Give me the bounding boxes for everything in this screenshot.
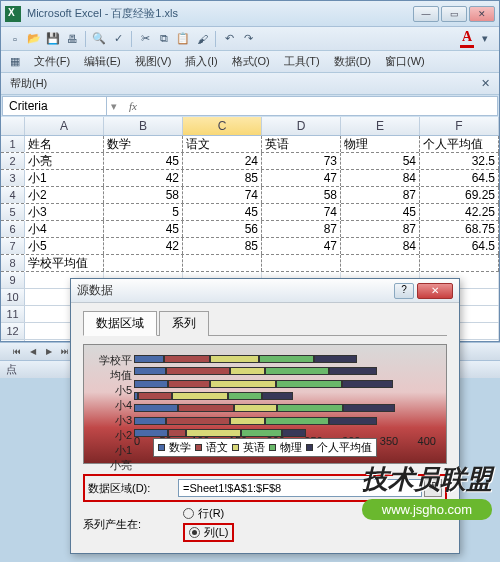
excel-icon (5, 6, 21, 22)
menubar: ▦ 文件(F) 编辑(E) 视图(V) 插入(I) 格式(O) 工具(T) 数据… (1, 51, 499, 73)
new-icon[interactable]: ▫ (7, 31, 23, 47)
formula-bar: Criteria ▾ fx (2, 96, 498, 116)
tab-data-range[interactable]: 数据区域 (83, 311, 157, 336)
menu-data[interactable]: 数据(D) (331, 53, 374, 70)
name-box[interactable]: Criteria (3, 97, 107, 115)
chart-legend: 数学语文英语物理个人平均值 (153, 438, 377, 457)
dialog-title: 源数据 (77, 282, 394, 299)
col-header[interactable]: B (104, 117, 183, 135)
menu-view[interactable]: 视图(V) (132, 53, 175, 70)
sheet-nav-first-icon[interactable]: ⏮ (10, 345, 24, 359)
close-button[interactable]: ✕ (469, 6, 495, 22)
font-color-icon[interactable]: A (460, 29, 474, 48)
open-icon[interactable]: 📂 (26, 31, 42, 47)
series-in-row: 系列产生在: 行(R) 列(L) (83, 506, 447, 542)
print-icon[interactable]: 🖶 (64, 31, 80, 47)
radio-label: 列(L) (204, 525, 228, 540)
restore-button[interactable]: ▭ (441, 6, 467, 22)
fx-label[interactable]: fx (121, 100, 145, 112)
radio-label: 行(R) (198, 506, 224, 521)
cut-icon[interactable]: ✂ (137, 31, 153, 47)
radio-cols[interactable]: 列(L) (183, 523, 234, 542)
col-header[interactable]: D (262, 117, 341, 135)
titlebar: Microsoft Excel - 百度经验1.xls — ▭ ✕ (1, 1, 499, 27)
menu-help[interactable]: 帮助(H) (7, 75, 50, 92)
dialog-titlebar: 源数据 ? ✕ (71, 279, 459, 303)
sheet-nav-next-icon[interactable]: ▶ (42, 345, 56, 359)
status-text: 点 (6, 362, 17, 377)
format-painter-icon[interactable]: 🖌 (194, 31, 210, 47)
series-label: 系列产生在: (83, 517, 173, 532)
menu-window[interactable]: 窗口(W) (382, 53, 428, 70)
sheet-tabs: ⏮ ◀ ▶ ⏭ (6, 345, 76, 359)
menu-edit[interactable]: 编辑(E) (81, 53, 124, 70)
copy-icon[interactable]: ⧉ (156, 31, 172, 47)
col-header[interactable]: C (183, 117, 262, 135)
app-menu-icon[interactable]: ▦ (7, 54, 23, 70)
range-label: 数据区域(D): (88, 481, 178, 496)
dialog-tabs: 数据区域 系列 (83, 311, 447, 336)
chart-preview: 学校平均值小5小4小3小2小1小亮 0501001502002503003504… (83, 344, 447, 464)
redo-icon[interactable]: ↷ (240, 31, 256, 47)
menu-tools[interactable]: 工具(T) (281, 53, 323, 70)
spell-icon[interactable]: ✓ (110, 31, 126, 47)
preview-icon[interactable]: 🔍 (91, 31, 107, 47)
range-selector-button[interactable]: ⊞ (424, 479, 442, 497)
range-input[interactable] (178, 479, 422, 497)
col-header[interactable]: A (25, 117, 104, 135)
radio-rows[interactable]: 行(R) (183, 506, 234, 521)
dialog-help-button[interactable]: ? (394, 283, 414, 299)
dialog-close-button[interactable]: ✕ (417, 283, 453, 299)
minimize-button[interactable]: — (413, 6, 439, 22)
radio-icon (189, 527, 200, 538)
sheet-nav-prev-icon[interactable]: ◀ (26, 345, 40, 359)
data-range-row: 数据区域(D): ⊞ (83, 474, 447, 502)
column-headers: A B C D E F (1, 117, 499, 136)
tab-series[interactable]: 系列 (159, 311, 209, 336)
doc-close-icon[interactable]: ✕ (477, 76, 493, 92)
menu-insert[interactable]: 插入(I) (182, 53, 220, 70)
source-data-dialog: 源数据 ? ✕ 数据区域 系列 学校平均值小5小4小3小2小1小亮 050100… (70, 278, 460, 554)
col-header[interactable]: F (420, 117, 499, 135)
menubar-row2: 帮助(H) ✕ (1, 73, 499, 95)
radio-icon (183, 508, 194, 519)
save-icon[interactable]: 💾 (45, 31, 61, 47)
menu-file[interactable]: 文件(F) (31, 53, 73, 70)
select-all-corner[interactable] (1, 117, 25, 135)
quick-toolbar: ▫ 📂 💾 🖶 🔍 ✓ ✂ ⧉ 📋 🖌 ↶ ↷ A ▾ (1, 27, 499, 51)
menu-format[interactable]: 格式(O) (229, 53, 273, 70)
col-header[interactable]: E (341, 117, 420, 135)
paste-icon[interactable]: 📋 (175, 31, 191, 47)
window-title: Microsoft Excel - 百度经验1.xls (27, 6, 413, 21)
undo-icon[interactable]: ↶ (221, 31, 237, 47)
dropdown-icon[interactable]: ▾ (477, 31, 493, 47)
namebox-dropdown-icon[interactable]: ▾ (107, 100, 121, 113)
